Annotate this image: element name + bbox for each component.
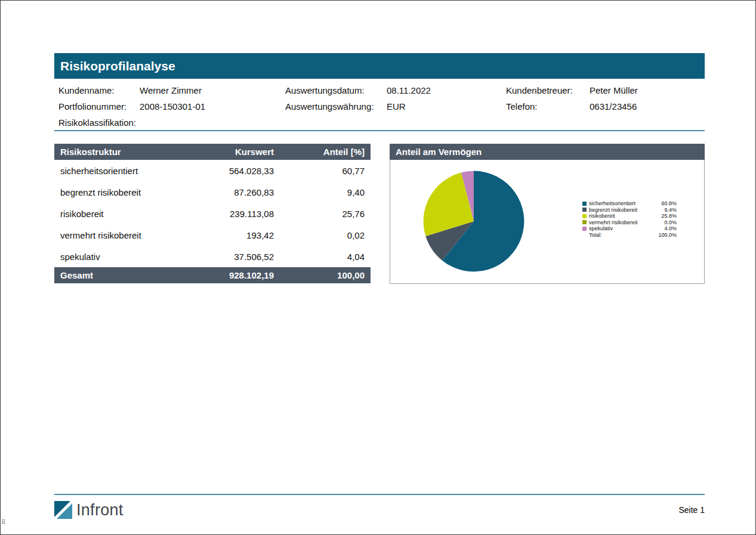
page-title: Risikoprofilanalyse [54, 53, 705, 79]
total-anteil: 100,00 [275, 267, 371, 283]
pie-svg [422, 169, 526, 273]
brand: Infront [54, 501, 124, 519]
row-anteil: 0,02 [275, 224, 371, 246]
table-total-row: Gesamt 928.102,19 100,00 [54, 267, 371, 283]
legend-value: 60.8% [654, 200, 677, 206]
row-label: risikobereit [54, 203, 186, 224]
row-anteil: 25,76 [275, 203, 371, 224]
pie-legend: sicherheitsorientiert 60.8% begrenzt ris… [582, 200, 677, 238]
kundenbetreuer-label: Kundenbetreuer: [506, 85, 590, 95]
kundenname-value: Werner Zimmer [140, 85, 285, 95]
infront-logo-icon [54, 501, 72, 519]
legend-swatch [582, 208, 587, 212]
col-header-anteil: Anteil [%] [275, 144, 371, 160]
auswertungswaehrung-value: EUR [387, 101, 506, 112]
table-row: sicherheitsorientiert 564.028,33 60,77 [54, 160, 371, 181]
kundenname-label: Kundenname: [58, 85, 140, 95]
page-number: Seite 1 [678, 505, 705, 515]
risk-structure-table: Risikostruktur Kurswert Anteil [%] siche… [54, 144, 371, 283]
legend-item: sicherheitsorientiert 60.8% [582, 200, 677, 207]
kundenbetreuer-value: Peter Müller [590, 85, 705, 95]
row-kurswert: 239.113,08 [186, 203, 275, 224]
brand-name: Infront [76, 501, 124, 519]
row-kurswert: 37.506,52 [186, 246, 275, 267]
table-row: spekulativ 37.506,52 4,04 [54, 246, 371, 267]
legend-label: risikobereit [589, 213, 654, 219]
portfolionummer-label: Portfolionummer: [58, 101, 140, 112]
col-header-risikostruktur: Risikostruktur [54, 144, 186, 160]
table-row: vermehrt risikobereit 193,42 0,02 [54, 224, 371, 246]
legend-value: 4.0% [654, 225, 677, 231]
footer-separator-line [54, 494, 705, 495]
scan-artifact-dots: ⠿ [1, 519, 5, 525]
legend-item: vermehrt risikobereit 0.0% [582, 219, 677, 226]
row-anteil: 9,40 [275, 181, 371, 203]
legend-item: spekulativ 4.0% [582, 225, 677, 232]
row-kurswert: 87.260,83 [186, 181, 275, 203]
col-header-kurswert: Kurswert [186, 144, 275, 160]
auswertungswaehrung-label: Auswertungswährung: [285, 101, 387, 112]
total-label: Gesamt [54, 267, 186, 283]
legend-swatch [582, 214, 587, 218]
chart-panel-title: Anteil am Vermögen [390, 144, 705, 160]
row-label: vermehrt risikobereit [54, 224, 186, 246]
row-label: spekulativ [54, 246, 186, 267]
legend-item: risikobereit 25.8% [582, 213, 677, 219]
footer: Infront Seite 1 [54, 499, 705, 521]
legend-label: vermehrt risikobereit [589, 219, 654, 225]
info-separator-line [54, 130, 705, 131]
row-kurswert: 193,42 [186, 224, 275, 246]
legend-label: spekulativ [589, 225, 654, 231]
legend-total-value: 100.0% [654, 232, 677, 238]
auswertungsdatum-value: 08.11.2022 [387, 85, 506, 95]
legend-total-label: Total: [589, 232, 654, 238]
row-kurswert: 564.028,33 [186, 160, 275, 181]
telefon-label: Telefon: [506, 101, 590, 112]
row-anteil: 4,04 [275, 246, 371, 267]
legend-total: Total: 100.0% [582, 232, 677, 239]
row-anteil: 60,77 [275, 160, 371, 181]
legend-label: begrenzt risikobereit [589, 207, 654, 213]
total-kurswert: 928.102,19 [186, 267, 275, 283]
legend-value: 25.8% [654, 213, 677, 219]
table-header-row: Risikostruktur Kurswert Anteil [%] [54, 144, 371, 160]
report-page: Risikoprofilanalyse Kundenname: Werner Z… [0, 0, 756, 535]
chart-panel-body: sicherheitsorientiert 60.8% begrenzt ris… [390, 160, 705, 284]
client-info-section: Kundenname: Werner Zimmer Auswertungsdat… [58, 82, 705, 131]
legend-swatch [582, 227, 587, 231]
row-label: sicherheitsorientiert [54, 160, 186, 181]
telefon-value: 0631/23456 [590, 101, 705, 112]
legend-label: sicherheitsorientiert [589, 200, 654, 206]
legend-swatch [582, 202, 587, 206]
legend-item: begrenzt risikobereit 9.4% [582, 207, 677, 214]
portfolionummer-value: 2008-150301-01 [140, 101, 285, 112]
legend-swatch [582, 220, 587, 224]
legend-value: 0.0% [654, 219, 677, 225]
auswertungsdatum-label: Auswertungsdatum: [285, 85, 387, 95]
risikoklassifikation-label: Risikoklassifikation: [58, 117, 140, 128]
row-label: begrenzt risikobereit [54, 181, 186, 203]
table-row: begrenzt risikobereit 87.260,83 9,40 [54, 181, 371, 203]
asset-share-chart-panel: Anteil am Vermögen sicherheitsorientiert… [390, 144, 705, 284]
table-row: risikobereit 239.113,08 25,76 [54, 203, 371, 224]
legend-value: 9.4% [654, 207, 677, 213]
